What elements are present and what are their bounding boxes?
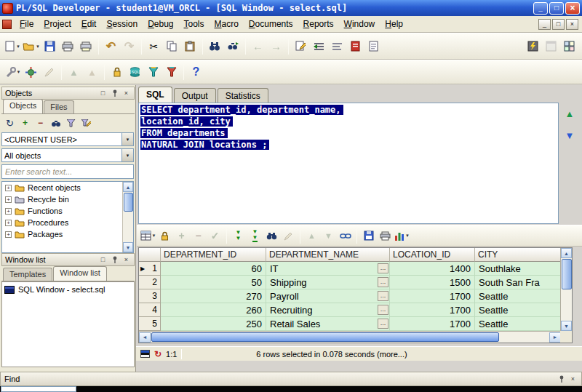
cell-department-id[interactable]: 270: [161, 289, 266, 303]
cell-location-id[interactable]: 1500: [390, 276, 475, 289]
column-header-department-name[interactable]: DEPARTMENT_NAME: [266, 248, 390, 262]
window-list-close-button[interactable]: ×: [121, 255, 131, 264]
table-row[interactable]: 5 250 Retail Sales... 1700 Seattle: [139, 317, 561, 331]
tree-item-functions[interactable]: + Functions: [2, 205, 133, 217]
cell-department-id[interactable]: 50: [161, 276, 266, 289]
scrollbar-thumb[interactable]: [151, 332, 499, 342]
cell-department-name[interactable]: Shipping...: [266, 276, 390, 289]
refresh-window-button[interactable]: [542, 37, 560, 56]
cell-ellipsis-button[interactable]: ...: [378, 263, 388, 273]
auto-refresh-icon[interactable]: ↻: [154, 350, 162, 359]
cell-location-id[interactable]: 1700: [390, 303, 475, 317]
find-object-button[interactable]: [49, 116, 63, 130]
export-results-button[interactable]: [360, 227, 377, 244]
fetch-next-page-button[interactable]: ▼ ▼: [230, 227, 247, 244]
sql-editor[interactable]: SELECT department_id, department_name, l…: [138, 103, 559, 224]
shift-right-button[interactable]: [328, 37, 346, 56]
find-input[interactable]: [1, 386, 76, 392]
table-row[interactable]: 3 270 Payroll... 1700 Seattle: [139, 289, 561, 303]
find-button[interactable]: [206, 37, 224, 56]
mdi-close-button[interactable]: ×: [566, 19, 578, 30]
scroll-down-button[interactable]: ▼: [561, 321, 572, 331]
minimize-button[interactable]: _: [533, 2, 548, 15]
find-close-button[interactable]: ×: [568, 375, 578, 383]
cell-city[interactable]: Southlake: [475, 262, 561, 276]
scrollbar-track[interactable]: [561, 289, 572, 321]
tree-item-packages[interactable]: + Packages: [2, 228, 133, 240]
tab-sql[interactable]: SQL: [138, 87, 172, 103]
scrollbar-thumb[interactable]: [124, 193, 133, 212]
cell-city[interactable]: Seattle: [475, 317, 561, 331]
edit-object-button[interactable]: [40, 63, 58, 81]
rollback-button[interactable]: ▲: [83, 63, 101, 81]
close-button[interactable]: ×: [565, 2, 580, 15]
tree-item-recycle-bin[interactable]: + Recycle bin: [2, 193, 133, 205]
current-user-dropdown[interactable]: <CURRENT USER> ▼: [1, 132, 134, 146]
table-row[interactable]: 4 260 Recruiting... 1700 Seattle: [139, 303, 561, 317]
edit-cell-button[interactable]: [280, 227, 297, 244]
find-pin-button[interactable]: [557, 375, 566, 383]
menu-debug[interactable]: Debug: [143, 17, 178, 32]
status-message[interactable]: 6 rows selected in 0.078 seconds (more..…: [256, 350, 407, 359]
cell-location-id[interactable]: 1400: [390, 262, 475, 276]
scroll-up-button[interactable]: ▲: [123, 182, 133, 192]
dropdown-button[interactable]: ▼: [121, 149, 133, 161]
next-result-set-button[interactable]: ▼: [320, 227, 337, 244]
commit-button[interactable]: ▲: [65, 63, 83, 81]
scroll-to-top-button[interactable]: ▲: [562, 106, 577, 121]
find-next-button[interactable]: [224, 37, 242, 56]
cell-city[interactable]: Seattle: [475, 303, 561, 317]
grid-view-button[interactable]: ▼: [140, 227, 156, 244]
objects-close-button[interactable]: ×: [121, 89, 131, 97]
menu-help[interactable]: Help: [380, 17, 408, 32]
expander-icon[interactable]: +: [5, 208, 12, 215]
lock-session-button[interactable]: [108, 63, 126, 81]
lock-record-button[interactable]: [156, 227, 173, 244]
cell-ellipsis-button[interactable]: ...: [378, 305, 388, 315]
post-record-button[interactable]: ✓: [207, 227, 223, 244]
table-row[interactable]: 2 50 Shipping... 1500 South San Fra: [139, 276, 561, 289]
dropdown-button[interactable]: ▼: [121, 133, 133, 145]
collapse-all-button[interactable]: −: [33, 116, 47, 130]
tab-output[interactable]: Output: [174, 88, 216, 103]
scrollbar-thumb[interactable]: [562, 259, 572, 289]
new-button[interactable]: ▼: [4, 37, 22, 56]
restore-button[interactable]: □: [549, 2, 564, 15]
edit-filter-button[interactable]: [79, 116, 93, 130]
shift-left-button[interactable]: [310, 37, 328, 56]
print-button[interactable]: [59, 37, 77, 56]
menu-project[interactable]: Project: [39, 17, 76, 32]
single-record-view-button[interactable]: [337, 227, 354, 244]
tools-button[interactable]: ▼: [4, 63, 22, 81]
menu-session[interactable]: Session: [101, 17, 143, 32]
menu-tools[interactable]: Tools: [179, 17, 210, 32]
preferences-button[interactable]: [22, 63, 40, 81]
column-header-location-id[interactable]: LOCATION_ID: [390, 248, 475, 262]
cell-ellipsis-button[interactable]: ...: [378, 319, 388, 329]
find-in-results-button[interactable]: [263, 227, 280, 244]
cell-city[interactable]: South San Fra: [475, 276, 561, 289]
row-number-header[interactable]: [139, 248, 161, 262]
sql-monitor-button[interactable]: SQL: [126, 63, 144, 81]
document-button[interactable]: [364, 37, 383, 56]
scroll-left-button[interactable]: ◄: [139, 332, 151, 343]
refresh-objects-button[interactable]: ↻: [3, 116, 17, 130]
scrollbar-track[interactable]: [123, 212, 133, 242]
tree-item-recent-objects[interactable]: + Recent objects: [2, 182, 133, 193]
titlebar[interactable]: PL/SQL Developer - student1@VM_ORCL - [S…: [0, 0, 582, 16]
redo-button[interactable]: ↷: [120, 37, 138, 56]
column-header-department-id[interactable]: DEPARTMENT_ID: [161, 248, 266, 262]
chart-button[interactable]: ▼: [394, 227, 410, 244]
scroll-to-bottom-button[interactable]: ▼: [562, 128, 577, 143]
tab-objects[interactable]: Objects: [3, 99, 43, 113]
sql-window-icon[interactable]: [2, 20, 12, 29]
cell-department-name[interactable]: Retail Sales...: [266, 317, 390, 331]
expander-icon[interactable]: +: [5, 185, 12, 191]
cell-department-name[interactable]: Payroll...: [266, 289, 390, 303]
mdi-restore-button[interactable]: □: [552, 19, 565, 30]
tree-item-procedures[interactable]: + Procedures: [2, 217, 133, 228]
previous-result-set-button[interactable]: ▲: [303, 227, 320, 244]
cell-department-name[interactable]: Recruiting...: [266, 303, 390, 317]
tab-files[interactable]: Files: [44, 100, 73, 113]
cell-department-id[interactable]: 60: [161, 262, 266, 276]
